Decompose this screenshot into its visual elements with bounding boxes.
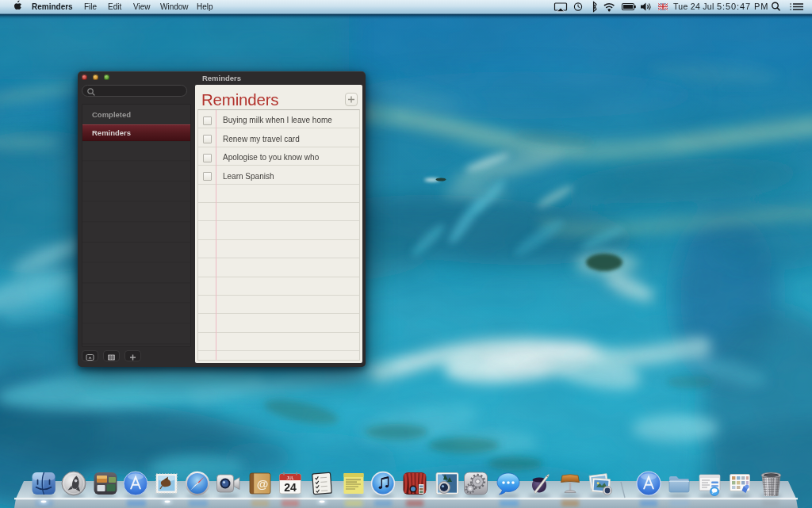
svg-text:24: 24 [284,481,297,494]
svg-text:JUL: JUL [287,476,294,480]
svg-text:@: @ [257,477,269,491]
